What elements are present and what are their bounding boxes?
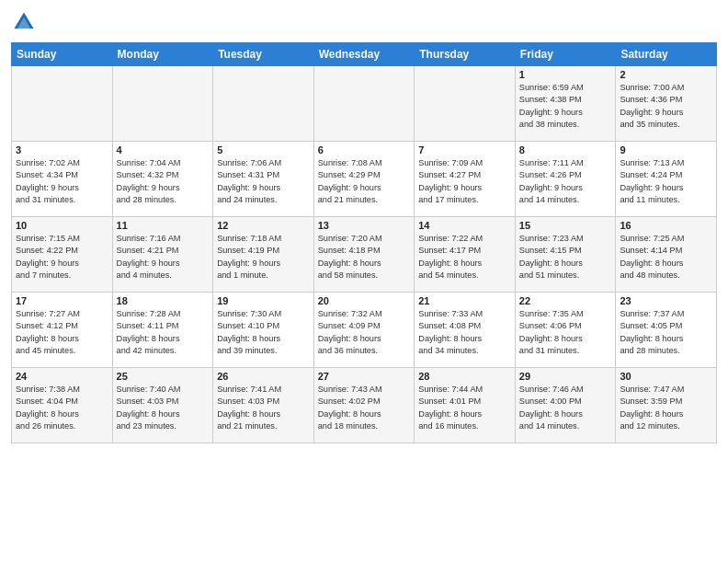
header-cell-monday: Monday — [112, 43, 213, 66]
day-number: 25 — [117, 371, 210, 382]
day-info: Sunrise: 7:27 AM Sunset: 4:12 PM Dayligh… — [16, 308, 108, 357]
week-row-3: 10Sunrise: 7:15 AM Sunset: 4:22 PM Dayli… — [12, 217, 717, 293]
day-info: Sunrise: 7:38 AM Sunset: 4:04 PM Dayligh… — [16, 384, 108, 432]
day-cell: 19Sunrise: 7:30 AM Sunset: 4:10 PM Dayli… — [213, 293, 314, 368]
day-cell: 30Sunrise: 7:47 AM Sunset: 3:59 PM Dayli… — [616, 368, 717, 443]
day-number: 21 — [418, 295, 511, 306]
day-number: 13 — [318, 220, 411, 231]
day-info: Sunrise: 7:11 AM Sunset: 4:26 PM Dayligh… — [519, 157, 612, 206]
day-number: 29 — [519, 371, 612, 382]
day-cell: 28Sunrise: 7:44 AM Sunset: 4:01 PM Dayli… — [415, 368, 516, 443]
day-info: Sunrise: 7:47 AM Sunset: 3:59 PM Dayligh… — [620, 384, 712, 432]
day-number: 20 — [318, 295, 411, 306]
day-info: Sunrise: 7:30 AM Sunset: 4:10 PM Dayligh… — [217, 308, 310, 357]
day-info: Sunrise: 7:09 AM Sunset: 4:27 PM Dayligh… — [418, 157, 511, 206]
day-info: Sunrise: 7:44 AM Sunset: 4:01 PM Dayligh… — [418, 384, 511, 432]
header — [11, 9, 717, 35]
day-info: Sunrise: 7:02 AM Sunset: 4:34 PM Dayligh… — [16, 157, 108, 206]
week-row-2: 3Sunrise: 7:02 AM Sunset: 4:34 PM Daylig… — [12, 142, 717, 217]
day-cell: 6Sunrise: 7:08 AM Sunset: 4:29 PM Daylig… — [313, 142, 415, 217]
day-cell: 14Sunrise: 7:22 AM Sunset: 4:17 PM Dayli… — [415, 217, 516, 293]
day-cell — [415, 66, 516, 142]
day-cell: 21Sunrise: 7:33 AM Sunset: 4:08 PM Dayli… — [415, 293, 516, 368]
day-cell: 3Sunrise: 7:02 AM Sunset: 4:34 PM Daylig… — [12, 142, 113, 217]
day-info: Sunrise: 7:23 AM Sunset: 4:15 PM Dayligh… — [519, 233, 612, 282]
day-cell: 10Sunrise: 7:15 AM Sunset: 4:22 PM Dayli… — [12, 217, 113, 293]
day-number: 11 — [117, 220, 210, 231]
day-number: 28 — [418, 371, 511, 382]
header-cell-wednesday: Wednesday — [313, 43, 415, 66]
day-cell: 8Sunrise: 7:11 AM Sunset: 4:26 PM Daylig… — [515, 142, 616, 217]
day-info: Sunrise: 7:41 AM Sunset: 4:03 PM Dayligh… — [217, 384, 310, 432]
day-number: 10 — [16, 220, 108, 231]
day-number: 30 — [620, 371, 712, 382]
day-info: Sunrise: 7:25 AM Sunset: 4:14 PM Dayligh… — [620, 233, 712, 282]
day-number: 23 — [620, 295, 712, 306]
day-cell: 13Sunrise: 7:20 AM Sunset: 4:18 PM Dayli… — [313, 217, 415, 293]
day-number: 24 — [16, 371, 108, 382]
calendar-container: SundayMondayTuesdayWednesdayThursdayFrid… — [0, 0, 728, 449]
day-info: Sunrise: 7:20 AM Sunset: 4:18 PM Dayligh… — [318, 233, 411, 282]
day-cell: 26Sunrise: 7:41 AM Sunset: 4:03 PM Dayli… — [213, 368, 314, 443]
day-number: 5 — [217, 144, 310, 155]
logo-icon — [11, 9, 37, 35]
day-cell: 23Sunrise: 7:37 AM Sunset: 4:05 PM Dayli… — [616, 293, 717, 368]
header-cell-friday: Friday — [515, 43, 616, 66]
day-cell: 4Sunrise: 7:04 AM Sunset: 4:32 PM Daylig… — [112, 142, 213, 217]
day-cell: 1Sunrise: 6:59 AM Sunset: 4:38 PM Daylig… — [515, 66, 616, 142]
day-number: 8 — [519, 144, 612, 155]
day-info: Sunrise: 7:06 AM Sunset: 4:31 PM Dayligh… — [217, 157, 310, 206]
day-info: Sunrise: 7:15 AM Sunset: 4:22 PM Dayligh… — [16, 233, 108, 282]
day-cell: 16Sunrise: 7:25 AM Sunset: 4:14 PM Dayli… — [616, 217, 717, 293]
day-cell: 5Sunrise: 7:06 AM Sunset: 4:31 PM Daylig… — [213, 142, 314, 217]
day-number: 19 — [217, 295, 310, 306]
day-info: Sunrise: 7:04 AM Sunset: 4:32 PM Dayligh… — [117, 157, 210, 206]
week-row-1: 1Sunrise: 6:59 AM Sunset: 4:38 PM Daylig… — [12, 66, 717, 142]
day-number: 16 — [620, 220, 712, 231]
day-info: Sunrise: 7:40 AM Sunset: 4:03 PM Dayligh… — [117, 384, 210, 432]
day-cell: 17Sunrise: 7:27 AM Sunset: 4:12 PM Dayli… — [12, 293, 113, 368]
day-cell: 15Sunrise: 7:23 AM Sunset: 4:15 PM Dayli… — [515, 217, 616, 293]
day-cell — [12, 66, 113, 142]
day-cell: 29Sunrise: 7:46 AM Sunset: 4:00 PM Dayli… — [515, 368, 616, 443]
logo — [11, 9, 40, 35]
day-cell: 25Sunrise: 7:40 AM Sunset: 4:03 PM Dayli… — [112, 368, 213, 443]
day-number: 14 — [418, 220, 511, 231]
day-cell — [112, 66, 213, 142]
day-cell: 11Sunrise: 7:16 AM Sunset: 4:21 PM Dayli… — [112, 217, 213, 293]
day-info: Sunrise: 7:08 AM Sunset: 4:29 PM Dayligh… — [318, 157, 411, 206]
calendar-table: SundayMondayTuesdayWednesdayThursdayFrid… — [11, 42, 717, 443]
day-number: 26 — [217, 371, 310, 382]
day-number: 27 — [318, 371, 411, 382]
day-info: Sunrise: 7:13 AM Sunset: 4:24 PM Dayligh… — [620, 157, 712, 206]
week-row-4: 17Sunrise: 7:27 AM Sunset: 4:12 PM Dayli… — [12, 293, 717, 368]
header-cell-sunday: Sunday — [12, 43, 113, 66]
day-info: Sunrise: 7:18 AM Sunset: 4:19 PM Dayligh… — [217, 233, 310, 282]
day-cell — [313, 66, 415, 142]
day-number: 9 — [620, 144, 712, 155]
header-cell-saturday: Saturday — [616, 43, 717, 66]
day-number: 2 — [620, 69, 712, 80]
header-cell-tuesday: Tuesday — [213, 43, 314, 66]
day-info: Sunrise: 7:16 AM Sunset: 4:21 PM Dayligh… — [117, 233, 210, 282]
day-number: 17 — [16, 295, 108, 306]
day-number: 4 — [117, 144, 210, 155]
day-cell: 22Sunrise: 7:35 AM Sunset: 4:06 PM Dayli… — [515, 293, 616, 368]
day-cell: 2Sunrise: 7:00 AM Sunset: 4:36 PM Daylig… — [616, 66, 717, 142]
day-info: Sunrise: 7:37 AM Sunset: 4:05 PM Dayligh… — [620, 308, 712, 357]
day-cell: 24Sunrise: 7:38 AM Sunset: 4:04 PM Dayli… — [12, 368, 113, 443]
day-number: 7 — [418, 144, 511, 155]
day-number: 12 — [217, 220, 310, 231]
day-cell: 18Sunrise: 7:28 AM Sunset: 4:11 PM Dayli… — [112, 293, 213, 368]
day-cell: 9Sunrise: 7:13 AM Sunset: 4:24 PM Daylig… — [616, 142, 717, 217]
day-info: Sunrise: 7:33 AM Sunset: 4:08 PM Dayligh… — [418, 308, 511, 357]
day-cell: 27Sunrise: 7:43 AM Sunset: 4:02 PM Dayli… — [313, 368, 415, 443]
day-number: 15 — [519, 220, 612, 231]
day-info: Sunrise: 7:32 AM Sunset: 4:09 PM Dayligh… — [318, 308, 411, 357]
day-number: 6 — [318, 144, 411, 155]
header-row: SundayMondayTuesdayWednesdayThursdayFrid… — [12, 43, 717, 66]
day-cell: 7Sunrise: 7:09 AM Sunset: 4:27 PM Daylig… — [415, 142, 516, 217]
day-number: 3 — [16, 144, 108, 155]
day-cell: 20Sunrise: 7:32 AM Sunset: 4:09 PM Dayli… — [313, 293, 415, 368]
day-info: Sunrise: 7:35 AM Sunset: 4:06 PM Dayligh… — [519, 308, 612, 357]
